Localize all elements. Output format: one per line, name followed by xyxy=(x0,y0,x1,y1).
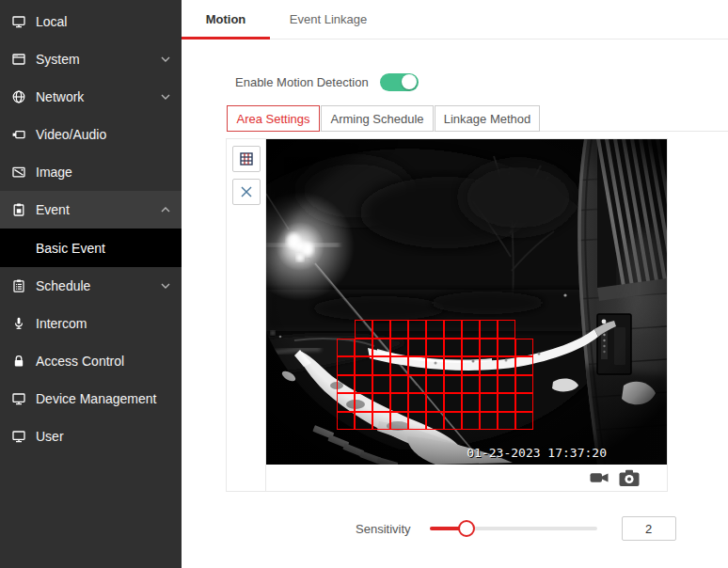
grid-cell[interactable] xyxy=(355,393,372,412)
tab-motion[interactable]: Motion xyxy=(182,0,270,39)
grid-cell[interactable] xyxy=(408,356,426,375)
grid-cell[interactable] xyxy=(355,356,372,375)
grid-cell[interactable] xyxy=(390,375,408,394)
grid-cell[interactable] xyxy=(498,339,515,357)
grid-cell[interactable] xyxy=(444,375,462,394)
grid-cell[interactable] xyxy=(390,339,408,357)
grid-cell[interactable] xyxy=(480,320,498,339)
grid-cell[interactable] xyxy=(480,339,498,357)
grid-cell[interactable] xyxy=(444,412,462,431)
grid-cell[interactable] xyxy=(408,393,426,412)
sensitivity-row: Sensitivity 2 xyxy=(356,516,676,541)
sidebar-item-system[interactable]: System xyxy=(0,40,182,78)
grid-cell[interactable] xyxy=(462,320,480,339)
grid-cell[interactable] xyxy=(390,393,408,412)
sensitivity-value[interactable]: 2 xyxy=(622,516,676,541)
grid-cell[interactable] xyxy=(372,412,390,431)
sidebar-item-local[interactable]: Local xyxy=(0,3,182,40)
grid-cell[interactable] xyxy=(408,339,426,357)
grid-cell[interactable] xyxy=(462,412,480,431)
grid-cell[interactable] xyxy=(498,393,515,412)
grid-cell[interactable] xyxy=(480,393,498,412)
draw-area-button[interactable] xyxy=(232,146,261,172)
grid-cell[interactable] xyxy=(337,356,355,375)
grid-cell[interactable] xyxy=(462,339,480,357)
sidebar-item-access-control[interactable]: Access Control xyxy=(0,342,182,380)
grid-cell[interactable] xyxy=(462,375,480,394)
grid-cell[interactable] xyxy=(408,320,426,339)
grid-cell[interactable] xyxy=(498,412,515,431)
grid-cell[interactable] xyxy=(515,356,533,375)
subtab-linkage-method[interactable]: Linkage Method xyxy=(435,105,540,132)
slider-knob[interactable] xyxy=(458,520,475,537)
grid-cell[interactable] xyxy=(408,412,426,431)
grid-cell[interactable] xyxy=(337,393,355,412)
grid-cell[interactable] xyxy=(337,339,355,357)
sidebar-item-label: Intercom xyxy=(36,316,170,331)
clipboard-icon xyxy=(11,202,26,217)
motion-detection-toggle[interactable] xyxy=(380,73,419,91)
grid-cell[interactable] xyxy=(390,356,408,375)
grid-cell[interactable] xyxy=(372,356,390,375)
grid-cell[interactable] xyxy=(444,393,462,412)
sidebar-item-schedule[interactable]: Schedule xyxy=(0,267,182,305)
clear-area-button[interactable] xyxy=(232,179,261,205)
grid-cell[interactable] xyxy=(426,339,444,357)
snapshot-icon[interactable] xyxy=(619,469,640,487)
grid-cell[interactable] xyxy=(337,412,355,431)
sidebar-item-event[interactable]: Event xyxy=(0,191,182,229)
grid-cell[interactable] xyxy=(498,375,515,394)
grid-cell[interactable] xyxy=(372,375,390,394)
grid-cell[interactable] xyxy=(408,375,426,394)
grid-cell[interactable] xyxy=(426,393,444,412)
grid-cell[interactable] xyxy=(390,412,408,431)
grid-cell[interactable] xyxy=(498,356,515,375)
sidebar-item-intercom[interactable]: Intercom xyxy=(0,305,182,342)
sensitivity-slider[interactable] xyxy=(430,527,597,530)
grid-cell[interactable] xyxy=(515,339,533,357)
grid-cell[interactable] xyxy=(515,393,533,412)
sidebar-item-video-audio[interactable]: Video/Audio xyxy=(0,116,182,153)
grid-cell[interactable] xyxy=(426,356,444,375)
grid-cell[interactable] xyxy=(372,320,390,339)
video-preview[interactable]: 01-23-2023 17:37:20 xyxy=(266,139,667,465)
sidebar-item-user[interactable]: User xyxy=(0,418,182,455)
grid-cell[interactable] xyxy=(355,375,372,394)
lock-icon xyxy=(11,354,26,369)
grid-cell[interactable] xyxy=(444,356,462,375)
sidebar-item-device-management[interactable]: Device Management xyxy=(0,380,182,418)
grid-cell[interactable] xyxy=(355,412,372,431)
grid-cell[interactable] xyxy=(515,412,533,431)
grid-cell[interactable] xyxy=(372,339,390,357)
grid-cell[interactable] xyxy=(498,320,515,339)
microphone-icon xyxy=(11,316,26,331)
sensitivity-label: Sensitivity xyxy=(356,522,411,536)
sidebar-item-image[interactable]: Image xyxy=(0,153,182,191)
grid-cell[interactable] xyxy=(372,393,390,412)
subtab-area-settings[interactable]: Area Settings xyxy=(227,105,320,132)
window-icon xyxy=(11,52,26,67)
tab-event-linkage[interactable]: Event Linkage xyxy=(270,0,387,39)
grid-cell[interactable] xyxy=(355,339,372,357)
grid-cell[interactable] xyxy=(355,320,372,339)
sidebar-item-network[interactable]: Network xyxy=(0,78,182,116)
grid-cell[interactable] xyxy=(426,320,444,339)
sensitivity-value-text: 2 xyxy=(645,522,652,536)
grid-cell[interactable] xyxy=(462,393,480,412)
grid-cell[interactable] xyxy=(337,375,355,394)
subtab-arming-schedule[interactable]: Arming Schedule xyxy=(321,105,434,132)
grid-cell[interactable] xyxy=(444,339,462,357)
chevron-down-icon xyxy=(161,56,170,62)
grid-cell[interactable] xyxy=(480,412,498,431)
grid-cell[interactable] xyxy=(480,356,498,375)
grid-cell[interactable] xyxy=(426,375,444,394)
grid-cell[interactable] xyxy=(390,320,408,339)
record-icon[interactable] xyxy=(590,470,609,485)
grid-cell[interactable] xyxy=(462,356,480,375)
monitor-icon xyxy=(11,14,26,29)
sidebar-item-basic-event[interactable]: Basic Event xyxy=(0,229,182,267)
grid-cell[interactable] xyxy=(515,375,533,394)
grid-cell[interactable] xyxy=(426,412,444,431)
grid-cell[interactable] xyxy=(444,320,462,339)
grid-cell[interactable] xyxy=(480,375,498,394)
